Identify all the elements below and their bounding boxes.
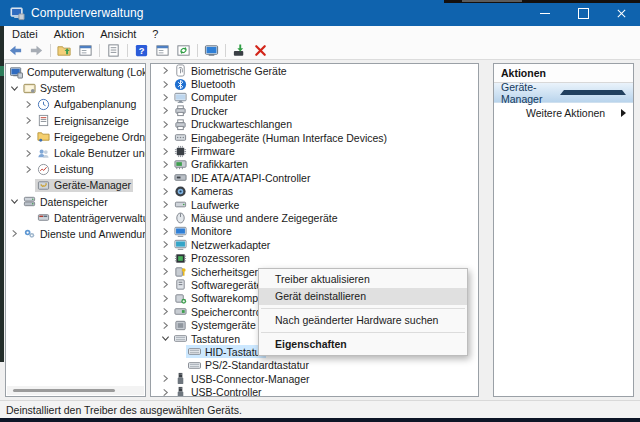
chevron-right-icon[interactable] [159,307,172,316]
remote-computer-button[interactable] [201,42,222,59]
tree-item-computerverwaltung-lokal[interactable]: Computerverwaltung (Lokal) [6,64,145,80]
chevron-right-icon[interactable] [159,187,172,196]
chevron-right-icon[interactable] [22,132,35,141]
context-menu-item-treiber-aktualisieren[interactable]: Treiber aktualisieren [259,271,467,288]
tree-item-usb-connector-manager[interactable]: USB-Connector-Manager [151,372,478,385]
update-driver-button[interactable] [229,42,250,59]
tree-item-datenspeicher[interactable]: Datenspeicher [6,194,145,210]
chevron-right-icon[interactable] [159,160,172,169]
menu-datei[interactable]: Datei [4,26,46,42]
minimize-icon [540,13,550,14]
chevron-right-icon[interactable] [22,100,35,109]
chevron-right-icon[interactable] [159,240,172,249]
chevron-right-icon[interactable] [159,388,172,397]
chevron-right-icon[interactable] [22,149,35,158]
tree-item-dienste-und-anwendungen[interactable]: Dienste und Anwendungen [6,226,145,242]
chevron-right-icon[interactable] [159,66,172,75]
bottom-window-edge [0,418,640,422]
menu-aktion[interactable]: Aktion [46,26,93,42]
minimize-button[interactable] [526,0,564,26]
context-menu-item-nach-geanderter-hardware-suchen[interactable]: Nach geänderter Hardware suchen [259,312,467,329]
menu-ansicht[interactable]: Ansicht [92,26,144,42]
chevron-down-icon[interactable] [8,84,21,93]
tree-item-laufwerke[interactable]: Laufwerke [151,198,478,211]
tree-item-monitore[interactable]: Monitore [151,225,478,238]
tree-item-druckwarteschlangen[interactable]: Druckwarteschlangen [151,118,478,131]
chevron-right-icon[interactable] [159,227,172,236]
tree-item-datentragerverwaltung[interactable]: Datenträgerverwaltung [6,210,145,226]
item-content: PS/2-Standardtastatur [186,359,311,372]
tree-item-ps-2-standardtastatur[interactable]: PS/2-Standardtastatur [151,359,478,372]
tree-item-bluetooth[interactable]: Bluetooth [151,77,478,90]
chevron-right-icon[interactable] [159,80,172,89]
tree-item-eingabegerate-human-interface-devices[interactable]: Eingabegeräte (Human Interface Devices) [151,131,478,144]
chevron-right-icon[interactable] [159,93,172,102]
tree-item-leistung[interactable]: Leistung [6,161,145,177]
tree-item-mause-und-andere-zeigegerate[interactable]: Mäuse und andere Zeigegeräte [151,211,478,224]
close-button[interactable] [602,0,640,26]
tree-item-lokale-benutzer-und-gr[interactable]: Lokale Benutzer und Gr [6,145,145,161]
tree-item-system[interactable]: System [6,80,145,96]
chevron-right-icon[interactable] [159,200,172,209]
actions-section-geraete-manager[interactable]: Geräte-Manager [494,83,633,103]
tree-item-gerate-manager[interactable]: Geräte-Manager [6,177,145,193]
svg-text:?: ? [139,46,145,56]
chevron-right-icon[interactable] [159,133,172,142]
chevron-right-icon[interactable] [159,374,172,383]
tree-item-ide-ata-atapi-controller[interactable]: IDE ATA/ATAPI-Controller [151,171,478,184]
event-viewer-icon [37,114,50,127]
tree-item-kameras[interactable]: Kameras [151,185,478,198]
tree-item-freigegebene-ordner[interactable]: Freigegebene Ordner [6,129,145,145]
tree-item-grafikkarten[interactable]: Grafikkarten [151,158,478,171]
scrollbar-thumb[interactable] [13,389,115,392]
chevron-right-icon[interactable] [159,294,172,303]
properties-list-button[interactable] [103,42,124,59]
computer-management-window: Computerverwaltung DateiAktionAnsicht? ?… [0,0,640,422]
tree-item-netzwerkadapter[interactable]: Netzwerkadapter [151,238,478,251]
chevron-right-icon[interactable] [22,116,35,125]
tree-item-biometrische-gerate[interactable]: Biometrische Geräte [151,64,478,77]
tree-item-prozessoren[interactable]: Prozessoren [151,251,478,264]
weitere-aktionen-item[interactable]: Weitere Aktionen [494,103,633,122]
tree-item-aufgabenplanung[interactable]: Aufgabenplanung [6,96,145,112]
tree-item-usb-controller[interactable]: USB-Controller [151,385,478,397]
chevron-down-icon[interactable] [159,334,172,343]
chevron-right-icon[interactable] [159,213,172,222]
item-content: Laufwerke [172,198,241,211]
chevron-right-icon[interactable] [159,321,172,330]
console-window-button[interactable] [152,42,173,59]
context-menu-item-eigenschaften[interactable]: Eigenschaften [259,336,467,353]
back-button[interactable] [5,42,26,59]
system-icon [23,82,36,95]
menu-hilfe[interactable]: ? [144,26,166,42]
chevron-right-icon[interactable] [22,165,35,174]
collapse-section-icon[interactable] [560,90,627,95]
chevron-right-icon[interactable] [159,267,172,276]
help-button[interactable]: ? [131,42,152,59]
up-level-button[interactable] [54,42,75,59]
cpu-icon [174,252,187,265]
left-pane-horizontal-scrollbar[interactable] [7,386,144,395]
show-console-tree-button[interactable] [75,42,96,59]
tree-item-drucker[interactable]: Drucker [151,104,478,117]
chevron-right-icon[interactable] [159,254,172,263]
context-menu-item-gerat-deinstallieren[interactable]: Gerät deinstallieren [259,288,467,305]
chevron-down-icon[interactable] [8,197,21,206]
chevron-right-icon[interactable] [159,106,172,115]
tree-item-label: Systemgeräte [191,319,256,331]
chevron-right-icon[interactable] [159,120,172,129]
chevron-right-icon[interactable] [159,147,172,156]
toolbar-separator [127,44,128,57]
chevron-right-icon[interactable] [8,229,21,238]
uninstall-device-button[interactable] [250,42,271,59]
chevron-right-icon[interactable] [159,173,172,182]
chevron-right-icon[interactable] [159,280,172,289]
maximize-button[interactable] [564,0,602,26]
tree-item-label: Ereignisanzeige [54,115,129,127]
shared-folder-icon [37,130,50,143]
tree-item-ereignisanzeige[interactable]: Ereignisanzeige [6,113,145,129]
tree-item-computer[interactable]: Computer [151,91,478,104]
forward-button[interactable] [26,42,47,59]
tree-item-firmware[interactable]: Firmware [151,144,478,157]
refresh-button[interactable] [173,42,194,59]
